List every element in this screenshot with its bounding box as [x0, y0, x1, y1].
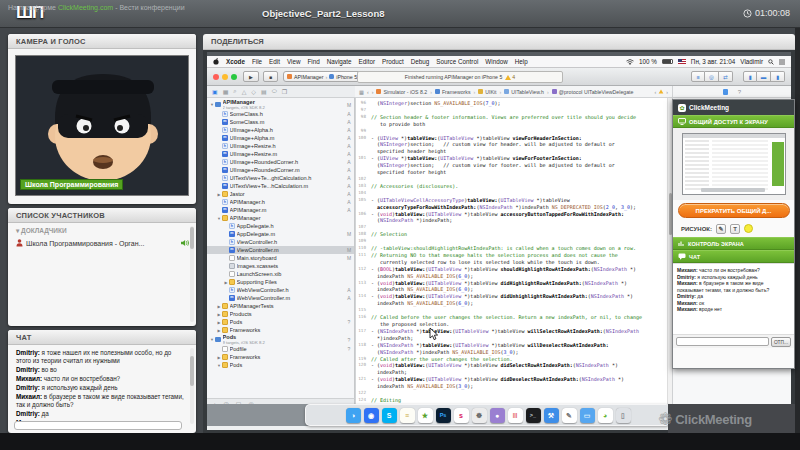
dock-icon-slack[interactable]: s — [454, 408, 469, 423]
nav-file-frameworks[interactable]: ▶Frameworks — [207, 353, 354, 361]
nav-file-pods[interactable]: ▶Pods? — [207, 318, 354, 326]
menu-clock[interactable]: Пн, 3 авг. 21:04 — [691, 58, 735, 65]
dock-icon-star-app[interactable]: ★ — [418, 408, 433, 423]
nav-file-viewcontroller-h[interactable]: hViewController.h — [207, 238, 354, 246]
code-line[interactable]: 107 — [356, 224, 667, 231]
dock-icon-github[interactable]: ● — [490, 408, 505, 423]
nav-file-apimanager-h[interactable]: hAPIManager.hA — [207, 198, 354, 206]
nav-file-products[interactable]: ▶Products — [207, 310, 354, 318]
participants-group[interactable]: ▾ ДОКЛАДЧИКИ — [8, 223, 196, 237]
assistant-editor-button[interactable]: ◎ — [705, 71, 719, 82]
forward-button[interactable]: › — [372, 89, 374, 95]
chat-scrollbar-thumb[interactable] — [190, 356, 194, 386]
jump-segment[interactable]: @protocol UITableViewDelegate — [552, 89, 634, 95]
nav-file-uiimage-roundedcorner-m[interactable]: mUIImage+RoundedCorner.mA — [207, 166, 354, 174]
participant-row[interactable]: Школа Программирования - Орган... — [8, 237, 196, 249]
dock-icon-photoshop[interactable]: Ps — [436, 408, 451, 423]
code-line[interactable]: 114- (void)tableView:(UITableView *)tabl… — [356, 293, 667, 307]
code-line[interactable]: 100- (UIView *)tableView:(UITableView *)… — [356, 135, 667, 156]
wifi-icon[interactable] — [626, 59, 634, 65]
symbol-navigator-tab[interactable]: ▦ — [223, 88, 229, 95]
dock-icon-skype[interactable]: S — [382, 408, 397, 423]
nav-file-uiimage-alpha-h[interactable]: hUIImage+Alpha.hA — [207, 126, 354, 134]
source-editor[interactable]: 96 (NSInteger)section NS_AVAILABLE_IOS(7… — [355, 98, 667, 404]
code-line[interactable]: 118- (NSIndexPath *)tableView:(UITableVi… — [356, 342, 667, 356]
related-items-icon[interactable]: ▦ — [359, 89, 364, 95]
dock-icon-safari[interactable]: ◉ — [364, 408, 379, 423]
nav-file-webviewcontroller-m[interactable]: mWebViewController.mA — [207, 294, 354, 302]
jump-segment[interactable]: UITableView.h — [504, 89, 544, 95]
nav-file-viewcontroller-m[interactable]: mViewController.mM — [207, 246, 354, 254]
search-navigator-tab[interactable]: ⌕ — [233, 88, 236, 95]
code-line[interactable]: 97 — [356, 107, 667, 114]
code-line[interactable]: 112- (BOOL)tableView:(UITableView *)tabl… — [356, 266, 667, 280]
nav-file-appdelegate-h[interactable]: hAppDelegate.h — [207, 222, 354, 230]
nav-file-someclass-h[interactable]: hSomeClass.hA — [207, 110, 354, 118]
code-line[interactable]: 104 — [356, 190, 667, 197]
code-line[interactable]: 108// Selection — [356, 231, 667, 238]
menu-file[interactable]: File — [252, 58, 262, 65]
navigator-toggle-button[interactable]: ▮ — [743, 71, 757, 82]
issue-stepper[interactable]: ‹ › — [655, 89, 668, 95]
chat-section-bar[interactable]: ЧАТ — [673, 250, 794, 263]
nav-file-apimanager[interactable]: ▼APIManager2 targets, iOS SDK 8.2M — [207, 99, 354, 110]
debug-area-toggle-button[interactable]: ▬ — [757, 71, 771, 82]
screen-control-section-bar[interactable]: КОНТРОЛЬ ЭКРАНА — [673, 237, 794, 250]
menu-user[interactable]: Vladimir — [740, 58, 763, 65]
stop-button[interactable]: ■ — [263, 71, 278, 82]
quick-help-icon[interactable]: ? — [738, 89, 741, 95]
nav-file-uiimage-resize-m[interactable]: mUIImage+Resize.mA — [207, 150, 354, 158]
nav-file-podfile[interactable]: Podfile? — [207, 345, 354, 353]
nav-file-appdelegate-m[interactable]: mAppDelegate.mM — [207, 230, 354, 238]
menu-help[interactable]: Help — [515, 58, 528, 65]
menu-xcode[interactable]: Xcode — [226, 58, 245, 65]
nav-file-launchscreen-xib[interactable]: LaunchScreen.xib — [207, 270, 354, 278]
back-button[interactable]: ‹ — [367, 89, 369, 95]
file-inspector-icon[interactable] — [723, 89, 728, 95]
jump-segment[interactable]: Frameworks — [435, 89, 471, 95]
nav-file-frameworks[interactable]: ▶Frameworks — [207, 326, 354, 334]
code-line[interactable]: 98// Section header & footer information… — [356, 114, 667, 128]
dock-icon-finder[interactable]: ◑ — [346, 408, 361, 423]
dock-icon-music-bars[interactable]: ||| — [508, 408, 523, 423]
stop-sharing-button[interactable]: ПРЕКРАТИТЬ ОБЩИЙ Д... — [678, 203, 790, 218]
nav-file-uiimage-roundedcorner-h[interactable]: hUIImage+RoundedCorner.hA — [207, 158, 354, 166]
zoom-window-button[interactable] — [231, 74, 237, 80]
nav-file-supporting-files[interactable]: ▶Supporting Files — [207, 278, 354, 286]
code-line[interactable]: 115 — [356, 307, 667, 314]
nav-file-apimanager-m[interactable]: mAPIManager.mA — [207, 206, 354, 214]
utilities-toggle-button[interactable]: ▮ — [771, 71, 785, 82]
menu-editor[interactable]: Editor — [359, 58, 375, 65]
code-line[interactable]: 109 — [356, 238, 667, 245]
menu-edit[interactable]: Edit — [269, 58, 280, 65]
menu-navigate[interactable]: Navigate — [327, 58, 352, 65]
code-line[interactable]: 116// Called before the user changes the… — [356, 314, 667, 328]
code-line[interactable]: 105- (UITableViewCellAccessoryType)table… — [356, 197, 667, 211]
close-window-button[interactable] — [213, 74, 219, 80]
speaker-icon[interactable] — [181, 239, 190, 247]
report-navigator-tab[interactable]: ❐ — [282, 88, 287, 95]
color-swatch-yellow[interactable] — [744, 224, 753, 233]
project-navigator-tab[interactable]: ▣ — [212, 88, 218, 95]
standard-editor-button[interactable]: ≡ — [691, 71, 705, 82]
pencil-tool-button[interactable]: ✎ — [716, 224, 726, 234]
code-line[interactable]: 103// Accessories (disclosures). — [356, 183, 667, 190]
participants-scrollbar-thumb[interactable] — [190, 227, 194, 249]
test-navigator-tab[interactable]: ◇ — [251, 88, 256, 95]
clickmeeting-link[interactable]: ClickMeeting.com — [58, 4, 113, 11]
nav-file-apimanagertests[interactable]: ▶APIManagerTests — [207, 302, 354, 310]
code-line[interactable]: 119// Called after the user changes the … — [356, 356, 667, 363]
panel-chat-input[interactable] — [676, 337, 769, 346]
nav-file-pods[interactable]: ▼Pods — [207, 361, 354, 369]
code-line[interactable]: 96 (NSInteger)section NS_AVAILABLE_IOS(7… — [356, 100, 667, 107]
code-line[interactable]: 102 — [356, 176, 667, 183]
nav-file-uiimage-resize-h[interactable]: hUIImage+Resize.hA — [207, 142, 354, 150]
breakpoint-navigator-tab[interactable]: ⬭ — [272, 88, 277, 95]
minimize-window-button[interactable] — [222, 74, 228, 80]
warning-count[interactable]: 4 — [505, 74, 515, 80]
nav-file-uitextview-te-ghtcalculation-h[interactable]: hUITextView+Te...ghtCalculation.hA — [207, 174, 354, 182]
spotlight-icon[interactable] — [768, 59, 774, 65]
dock-icon-folder[interactable]: ▭ — [580, 408, 595, 423]
screen-share-section-bar[interactable]: ОБЩИЙ ДОСТУП К ЭКРАНУ — [673, 115, 794, 128]
code-line[interactable]: 111// Returning NO to that message halts… — [356, 252, 667, 266]
